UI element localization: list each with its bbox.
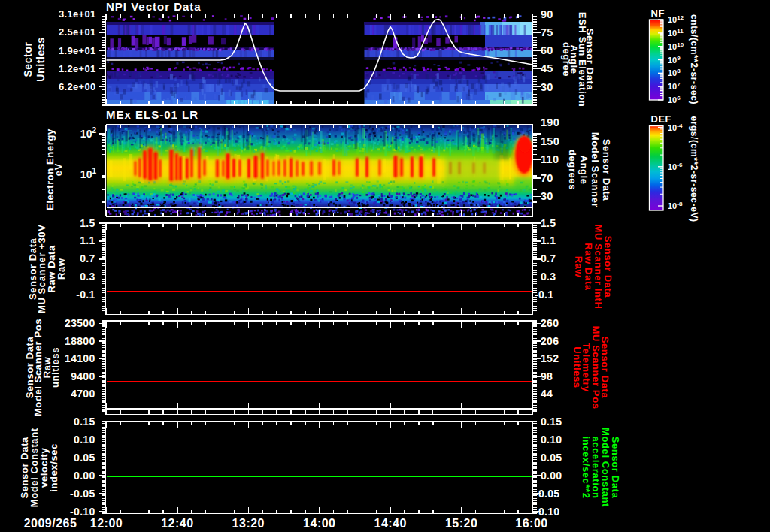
svg-text:13:20: 13:20 bbox=[232, 517, 265, 530]
svg-text:2009/265: 2009/265 bbox=[24, 517, 77, 530]
svg-text:206: 206 bbox=[541, 335, 559, 347]
svg-text:degrees: degrees bbox=[567, 150, 578, 190]
svg-text:110: 110 bbox=[541, 153, 559, 165]
svg-text:6.2e+00: 6.2e+00 bbox=[59, 81, 95, 92]
svg-text:0.7: 0.7 bbox=[541, 252, 556, 264]
svg-text:2.5e+01: 2.5e+01 bbox=[59, 26, 95, 38]
svg-text:index/sec: index/sec bbox=[48, 443, 59, 492]
svg-text:14:40: 14:40 bbox=[374, 517, 406, 530]
svg-text:18800: 18800 bbox=[65, 335, 95, 347]
svg-text:Sector: Sector bbox=[22, 41, 34, 77]
svg-text:60: 60 bbox=[541, 44, 553, 56]
svg-text:30: 30 bbox=[541, 81, 553, 93]
svg-text:70: 70 bbox=[541, 172, 553, 184]
svg-text:ergs/(cm**2-sr-sec-eV): ergs/(cm**2-sr-sec-eV) bbox=[689, 116, 699, 222]
svg-text:0.7: 0.7 bbox=[80, 252, 95, 264]
svg-text:Raw: Raw bbox=[56, 258, 67, 280]
svg-text:45: 45 bbox=[541, 62, 553, 74]
svg-text:1.2e+01: 1.2e+01 bbox=[59, 63, 95, 74]
svg-text:-0.10: -0.10 bbox=[70, 506, 95, 518]
svg-text:1.1: 1.1 bbox=[541, 234, 556, 246]
svg-text:0.10: 0.10 bbox=[541, 434, 562, 446]
svg-text:30: 30 bbox=[541, 190, 553, 202]
svg-text:0.05: 0.05 bbox=[541, 452, 562, 464]
svg-text:0.05: 0.05 bbox=[74, 452, 95, 464]
svg-text:75: 75 bbox=[541, 26, 553, 38]
svg-text:3.1e+01: 3.1e+01 bbox=[59, 8, 95, 20]
svg-text:NF: NF bbox=[651, 8, 665, 19]
svg-text:90: 90 bbox=[541, 8, 553, 20]
svg-text:98: 98 bbox=[541, 370, 553, 382]
svg-text:0.3: 0.3 bbox=[80, 271, 95, 283]
svg-text:1.5: 1.5 bbox=[541, 217, 556, 229]
svg-text:Unitless: Unitless bbox=[35, 37, 47, 81]
svg-text:DEF: DEF bbox=[651, 113, 672, 125]
svg-text:260: 260 bbox=[541, 317, 559, 329]
svg-text:MEx ELS-01 LR: MEx ELS-01 LR bbox=[106, 108, 199, 121]
svg-text:Angle: Angle bbox=[578, 155, 590, 184]
svg-text:Model Scanner: Model Scanner bbox=[590, 132, 601, 207]
svg-text:12:00: 12:00 bbox=[90, 517, 123, 530]
svg-text:4700: 4700 bbox=[71, 388, 95, 400]
svg-text:NPI Vector Data: NPI Vector Data bbox=[106, 0, 202, 13]
svg-text:1.9e+01: 1.9e+01 bbox=[59, 45, 95, 56]
svg-text:150: 150 bbox=[541, 135, 559, 147]
svg-text:-0.05: -0.05 bbox=[70, 488, 95, 500]
svg-text:-0.05: -0.05 bbox=[535, 488, 559, 500]
svg-text:1.1: 1.1 bbox=[80, 234, 95, 246]
svg-text:0.15: 0.15 bbox=[74, 416, 95, 428]
svg-text:degree: degree bbox=[561, 42, 572, 77]
svg-text:0.10: 0.10 bbox=[74, 434, 95, 446]
svg-text:14:00: 14:00 bbox=[303, 517, 335, 530]
svg-text:cnts/(cm**2-sr-sec): cnts/(cm**2-sr-sec) bbox=[689, 14, 699, 104]
svg-text:eV: eV bbox=[53, 163, 64, 176]
svg-text:Sensor Data: Sensor Data bbox=[601, 139, 612, 201]
svg-text:1.5: 1.5 bbox=[80, 217, 95, 229]
svg-text:14100: 14100 bbox=[65, 352, 95, 364]
svg-text:unitless: unitless bbox=[50, 347, 61, 388]
svg-text:12:40: 12:40 bbox=[161, 517, 193, 530]
svg-text:15:20: 15:20 bbox=[445, 517, 477, 530]
svg-text:9400: 9400 bbox=[71, 370, 95, 382]
svg-text:0.3: 0.3 bbox=[541, 271, 556, 283]
svg-text:Raw: Raw bbox=[573, 256, 584, 278]
svg-text:0.00: 0.00 bbox=[74, 470, 95, 482]
svg-text:-0.1: -0.1 bbox=[535, 289, 553, 301]
svg-text:16:00: 16:00 bbox=[515, 517, 547, 530]
svg-text:44: 44 bbox=[541, 388, 553, 400]
svg-text:152: 152 bbox=[541, 352, 559, 364]
svg-text:-0.10: -0.10 bbox=[535, 506, 559, 518]
svg-text:Unitless: Unitless bbox=[571, 346, 583, 388]
svg-text:23500: 23500 bbox=[65, 317, 95, 329]
svg-text:190: 190 bbox=[541, 116, 559, 128]
svg-text:incex/sec**2: incex/sec**2 bbox=[581, 436, 592, 498]
svg-text:0.15: 0.15 bbox=[541, 416, 562, 428]
svg-text:-0.1: -0.1 bbox=[76, 289, 95, 301]
svg-text:0.00: 0.00 bbox=[541, 470, 562, 482]
